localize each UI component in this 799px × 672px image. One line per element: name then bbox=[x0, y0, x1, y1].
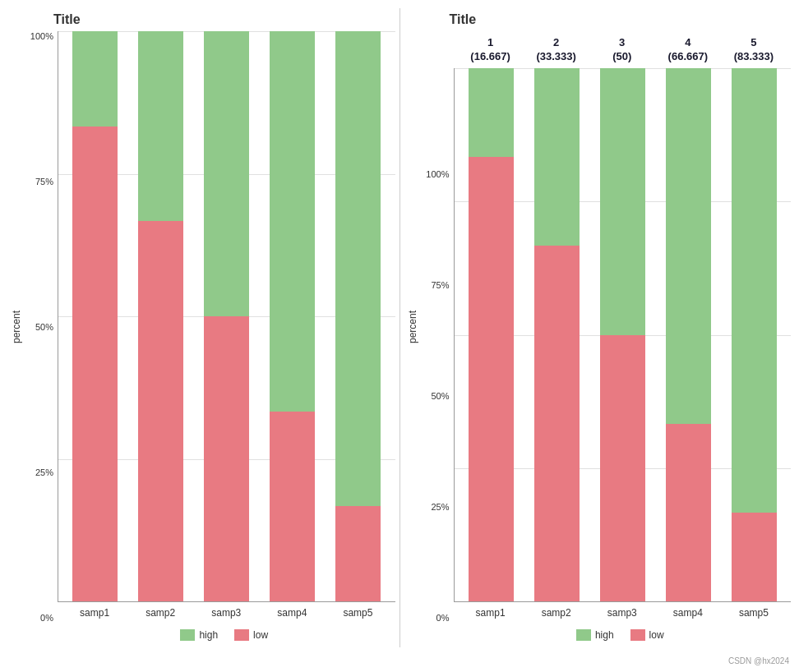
col-header-num-1: 1 bbox=[487, 36, 493, 50]
chart1-bars-area: samp1 samp2 samp3 samp4 samp5 bbox=[58, 31, 395, 623]
x-label-samp4: samp4 bbox=[267, 607, 316, 619]
chart1-bars-grid bbox=[58, 31, 395, 602]
x-label-samp1: samp1 bbox=[70, 607, 119, 619]
x2-label-samp1: samp1 bbox=[466, 607, 515, 619]
chart2-y-axis-label: percent bbox=[404, 31, 421, 623]
col-header-val-2: (33.333) bbox=[536, 50, 575, 64]
bar2-samp3 bbox=[600, 68, 645, 601]
bar-high-samp1 bbox=[72, 31, 118, 127]
x2-label-samp4: samp4 bbox=[663, 607, 713, 619]
col-header-num-2: 2 bbox=[553, 36, 559, 50]
col-header-2: 2 (33.333) bbox=[532, 31, 581, 68]
x2-label-samp3: samp3 bbox=[598, 607, 647, 619]
bar-low-samp4 bbox=[270, 412, 315, 601]
bar-samp3 bbox=[204, 31, 249, 601]
y-tick: 75% bbox=[35, 177, 53, 186]
x-label-samp5: samp5 bbox=[333, 607, 382, 619]
legend2-item-low: low bbox=[630, 629, 664, 641]
bar-low-samp1 bbox=[72, 127, 118, 601]
legend2-swatch-high bbox=[576, 629, 591, 641]
bar-high-samp4 bbox=[270, 31, 315, 412]
y-tick: 0% bbox=[436, 613, 450, 623]
bar-samp2 bbox=[138, 31, 183, 601]
x-label-samp2: samp2 bbox=[136, 607, 185, 619]
y-tick: 25% bbox=[35, 467, 53, 477]
bar2-group-samp3 bbox=[598, 68, 647, 601]
y-tick: 0% bbox=[40, 613, 53, 623]
chart2-title: Title bbox=[450, 12, 792, 27]
y-tick: 50% bbox=[431, 391, 449, 401]
bar-group-samp1 bbox=[71, 31, 120, 601]
legend2-item-high: high bbox=[576, 629, 614, 641]
legend-swatch-high bbox=[180, 629, 195, 641]
bar-group-samp4 bbox=[268, 31, 317, 601]
bar-low-samp2 bbox=[138, 221, 183, 601]
chart2-x-axis: samp1 samp2 samp3 samp4 samp5 bbox=[454, 602, 792, 623]
col-header-num-3: 3 bbox=[619, 36, 625, 50]
bar2-group-samp4 bbox=[663, 68, 713, 601]
bar-high-samp3 bbox=[204, 31, 249, 316]
bar2-samp5 bbox=[732, 68, 777, 601]
bar-group-samp5 bbox=[334, 31, 383, 601]
col-header-val-3: (50) bbox=[612, 50, 631, 64]
col-header-num-5: 5 bbox=[751, 36, 756, 50]
chart2-bars-area: 1 (16.667) 2 (33.333) 3 (50) 4 (66.667) bbox=[454, 31, 792, 623]
chart1-y-axis-label: percent bbox=[8, 31, 25, 623]
bar-samp4 bbox=[270, 31, 315, 601]
bar-high-samp2 bbox=[138, 31, 183, 221]
col-header-val-5: (83.333) bbox=[734, 50, 774, 64]
chart2-bars-grid bbox=[454, 68, 792, 602]
bar2-low-samp4 bbox=[666, 424, 711, 601]
y-tick: 25% bbox=[431, 502, 449, 512]
bar2-high-samp3 bbox=[600, 68, 645, 335]
bar2-samp4 bbox=[666, 68, 711, 601]
y-tick: 75% bbox=[431, 280, 449, 290]
bar2-high-samp1 bbox=[469, 68, 514, 157]
bar2-group-samp5 bbox=[729, 68, 778, 601]
chart1-title: Title bbox=[53, 12, 395, 27]
col-header-4: 4 (66.667) bbox=[663, 31, 713, 68]
legend-item-high: high bbox=[180, 629, 218, 641]
x2-label-samp5: samp5 bbox=[729, 607, 778, 619]
bar-low-samp3 bbox=[204, 316, 249, 601]
bar-samp1 bbox=[72, 31, 118, 601]
legend-swatch-low bbox=[234, 629, 249, 641]
x2-label-samp2: samp2 bbox=[532, 607, 581, 619]
chart2-legend: high low bbox=[450, 623, 792, 647]
chart1-x-axis: samp1 samp2 samp3 samp4 samp5 bbox=[58, 602, 395, 623]
col-header-num-4: 4 bbox=[685, 36, 690, 50]
y-tick: 100% bbox=[30, 31, 53, 41]
bar2-low-samp5 bbox=[732, 513, 777, 601]
y-tick: 100% bbox=[426, 169, 449, 179]
bar2-group-samp1 bbox=[467, 68, 516, 601]
bar-high-samp5 bbox=[335, 31, 381, 506]
col-header-val-1: (16.667) bbox=[470, 50, 510, 64]
legend-label-low: low bbox=[253, 629, 268, 641]
bar2-samp2 bbox=[534, 68, 580, 601]
legend2-label-high: high bbox=[595, 629, 614, 641]
bar-samp5 bbox=[335, 31, 381, 601]
chart-panel-1: Title percent 100% 75% 50% 25% 0% bbox=[8, 8, 395, 647]
col-header-5: 5 (83.333) bbox=[729, 31, 778, 68]
chart2-bars-row bbox=[455, 68, 792, 601]
bar-low-samp5 bbox=[335, 506, 381, 601]
x-label-samp3: samp3 bbox=[201, 607, 251, 619]
legend2-label-low: low bbox=[649, 629, 664, 641]
legend-label-high: high bbox=[199, 629, 218, 641]
bar2-group-samp2 bbox=[532, 68, 581, 601]
chart1-area: percent 100% 75% 50% 25% 0% bbox=[8, 31, 395, 623]
chart2-y-axis: 100% 75% 50% 25% 0% bbox=[425, 31, 454, 623]
bar-group-samp3 bbox=[202, 31, 252, 601]
chart2-col-headers: 1 (16.667) 2 (33.333) 3 (50) 4 (66.667) bbox=[454, 31, 792, 68]
legend-item-low: low bbox=[234, 629, 268, 641]
bar2-high-samp4 bbox=[666, 68, 711, 424]
bar2-low-samp1 bbox=[469, 157, 514, 601]
col-header-1: 1 (16.667) bbox=[466, 31, 515, 68]
chart1-legend: high low bbox=[53, 623, 395, 647]
bar-group-samp2 bbox=[136, 31, 186, 601]
legend2-swatch-low bbox=[630, 629, 645, 641]
bar2-high-samp5 bbox=[732, 68, 777, 513]
charts-container: Title percent 100% 75% 50% 25% 0% bbox=[0, 0, 799, 672]
chart1-bars-row bbox=[58, 31, 395, 601]
col-header-3: 3 (50) bbox=[598, 31, 647, 68]
